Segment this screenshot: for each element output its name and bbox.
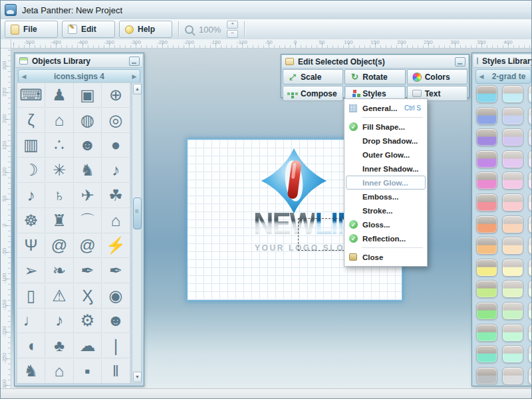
scale-button[interactable]: Scale — [283, 69, 343, 84]
note-icon[interactable]: ♪ — [102, 158, 130, 183]
style-swatch-violet-2[interactable] — [502, 150, 523, 168]
ripples-icon[interactable]: ◍ — [74, 108, 102, 133]
scroll-up-button[interactable]: ▲ — [133, 84, 142, 94]
dancer-icon[interactable]: ♞ — [74, 158, 102, 183]
lightning-icon[interactable]: ⚡ — [102, 233, 130, 258]
rotate-button[interactable]: Rotate — [344, 69, 405, 84]
style-swatch-salmon-1[interactable] — [476, 215, 497, 233]
style-swatch-salmon-3[interactable] — [528, 215, 532, 233]
style-swatch-rose-2[interactable] — [502, 194, 523, 211]
sitting-person-icon[interactable]: ♞ — [17, 359, 45, 384]
style-swatch-violet-1[interactable] — [476, 150, 497, 168]
girl-icon[interactable]: ☻ — [102, 309, 130, 333]
style-swatch-orange-3[interactable] — [528, 237, 532, 255]
gazebo-icon[interactable]: ⌂ — [46, 359, 74, 384]
style-swatch-cyan-1[interactable] — [476, 85, 497, 103]
style-swatch-pink-3[interactable] — [528, 172, 532, 190]
hair-icon[interactable]: ◖ — [17, 334, 45, 358]
style-swatch-teal-1[interactable] — [476, 345, 497, 363]
style-swatch-yellow-3[interactable] — [528, 259, 532, 277]
compose-button[interactable]: Compose — [283, 86, 343, 101]
at-sign-icon[interactable]: @ — [46, 233, 74, 258]
edit-panel-minimize-button[interactable] — [455, 57, 466, 66]
menu-item-outer-glow[interactable]: Outer Glow... — [346, 148, 426, 162]
castle-icon[interactable]: ♜ — [46, 209, 74, 233]
ufo-icon[interactable]: ✈ — [74, 184, 102, 208]
boots-icon[interactable]: ‖ — [102, 359, 130, 384]
style-swatch-salmon-2[interactable] — [502, 215, 523, 233]
cloud-icon[interactable]: ☁ — [74, 334, 102, 358]
objects-library-minimize-button[interactable] — [129, 57, 140, 66]
menu-item-reflection[interactable]: ✓Reflection... — [346, 231, 426, 245]
logo-diamond-mark[interactable] — [261, 148, 327, 214]
zoom-increase-button[interactable]: + — [227, 21, 238, 29]
style-swatch-yellow-green-2[interactable] — [502, 280, 523, 298]
scrollbar-thumb[interactable] — [133, 198, 142, 229]
style-swatch-green-3[interactable] — [528, 302, 532, 320]
warning-sign-icon[interactable]: ⚠ — [46, 284, 74, 309]
ship-wheel-icon[interactable]: ☸ — [17, 209, 45, 233]
crowd-icon[interactable]: ♟ — [46, 83, 74, 108]
menu-item-drop-shadow[interactable]: Drop Shadow... — [346, 134, 426, 148]
style-swatch-yellow-1[interactable] — [476, 259, 497, 277]
style-swatch-teal-3[interactable] — [528, 345, 532, 363]
house-icon[interactable]: ⌂ — [102, 209, 130, 233]
roof-icon[interactable]: ⌒ — [74, 209, 102, 233]
stick-figure-icon[interactable]: Ӽ — [74, 284, 102, 309]
microwave-icon[interactable]: ▣ — [74, 83, 102, 108]
dot-pyramid-icon[interactable]: ∴ — [46, 133, 74, 158]
bird-icon[interactable]: ➢ — [17, 259, 45, 283]
pen-icon[interactable]: ✒ — [74, 259, 102, 283]
style-swatch-green-2[interactable] — [502, 302, 523, 320]
zoom-decrease-button[interactable]: − — [227, 30, 238, 38]
ruler-icon[interactable]: ▯ — [17, 284, 45, 309]
style-swatch-pink-1[interactable] — [476, 172, 497, 190]
trees-icon[interactable]: ♣ — [46, 334, 74, 358]
file-button[interactable]: File — [5, 21, 58, 38]
style-swatch-purple-1[interactable] — [476, 128, 497, 146]
style-swatch-teal-2[interactable] — [502, 345, 523, 363]
category-next-arrow[interactable]: ▶ — [129, 73, 140, 80]
clover-icon[interactable]: ☘ — [102, 184, 130, 208]
computer-icon[interactable]: ⌨ — [17, 83, 45, 108]
styles-category-prev-arrow[interactable]: ◀ — [476, 73, 487, 80]
style-swatch-yellow-green-1[interactable] — [476, 280, 497, 298]
hand-icon[interactable]: Ψ — [17, 233, 45, 258]
saxophone-icon[interactable]: ♪ — [17, 184, 45, 208]
menu-item-close[interactable]: Close — [346, 250, 426, 264]
ambulance-icon[interactable]: ▥ — [17, 133, 45, 158]
at-snail-icon[interactable]: @ — [74, 233, 102, 258]
shell-icon[interactable]: ◉ — [102, 284, 130, 309]
style-swatch-violet-3[interactable] — [528, 150, 532, 168]
style-swatch-mint-3[interactable] — [528, 324, 532, 342]
style-swatch-gray-2[interactable] — [502, 367, 523, 385]
menu-item-fill-shape[interactable]: ✓Fill Shape... — [346, 120, 426, 134]
moon-stars-icon[interactable]: ☽ — [17, 158, 45, 183]
style-swatch-purple-3[interactable] — [528, 128, 532, 146]
ellipse-icon[interactable]: ● — [102, 133, 130, 158]
globe-icon[interactable]: ⊕ — [102, 83, 130, 108]
leaf-icon[interactable]: ❧ — [46, 259, 74, 283]
style-swatch-blue-1[interactable] — [476, 107, 497, 125]
objects-scrollbar[interactable]: ▲ ▼ — [132, 82, 142, 384]
spiral-icon[interactable]: ◎ — [102, 108, 130, 133]
edit-button[interactable]: Edit — [62, 21, 115, 38]
machine-icon[interactable]: ⚙ — [74, 309, 102, 333]
menu-item-inner-glow[interactable]: Inner Glow... — [346, 176, 426, 190]
fountain-pen-icon[interactable]: ✒ — [102, 259, 130, 283]
style-swatch-rose-1[interactable] — [476, 194, 497, 211]
style-swatch-purple-2[interactable] — [502, 128, 523, 146]
needle-icon[interactable]: ❘ — [102, 334, 130, 358]
face-icon[interactable]: ☻ — [74, 133, 102, 158]
style-swatch-blue-3[interactable] — [528, 107, 532, 125]
kaleidoscope-icon[interactable]: ✳ — [46, 158, 74, 183]
high-heel-icon[interactable]: ζ — [17, 108, 45, 133]
style-swatch-pink-2[interactable] — [502, 172, 523, 190]
style-swatch-orange-2[interactable] — [502, 237, 523, 255]
menu-item-stroke[interactable]: Stroke... — [346, 203, 426, 217]
style-swatch-rose-3[interactable] — [528, 194, 532, 211]
mound-icon[interactable]: ▪ — [74, 359, 102, 384]
menu-item-general[interactable]: General...Ctrl S — [346, 101, 426, 115]
style-swatch-yellow-2[interactable] — [502, 259, 523, 277]
style-swatch-orange-1[interactable] — [476, 237, 497, 255]
